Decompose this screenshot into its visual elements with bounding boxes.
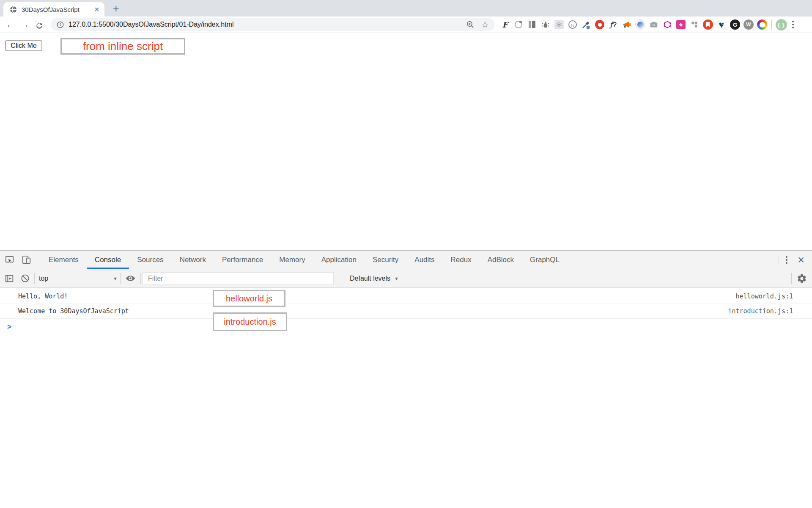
source-link[interactable]: introduction.js:1 [728,307,793,315]
tab-audits[interactable]: Audits [406,251,442,269]
eyedropper-icon[interactable] [579,17,593,32]
red-donut-icon[interactable] [593,17,606,32]
columns-icon[interactable] [525,17,539,32]
helloworld-annotation: helloworld.js [213,290,285,307]
console-message-row: Hello, World! helloworld.js:1 [0,289,812,304]
toolbar-separator [140,273,141,284]
console-messages: Hello, World! helloworld.js:1 Welcome to… [0,288,812,334]
inspect-icon[interactable] [4,254,15,265]
globe-favicon-icon [10,6,17,13]
settings-gear-icon[interactable] [797,273,807,284]
click-me-button[interactable]: Click Me [5,40,42,51]
devtools-tabs: Elements Console Sources Network Perform… [41,251,568,269]
devtools-left-icons [0,254,37,265]
devtools-separator [779,254,779,265]
inline-script-annotation: from inline script [60,38,185,55]
console-prompt-row[interactable]: > [0,319,812,334]
megaphone-icon[interactable] [620,17,634,32]
blocks-icon[interactable] [688,17,701,32]
devtools-separator [37,254,37,265]
console-message-text: Welcome to 30DaysOfJavaScript [18,307,129,315]
graphql-icon[interactable] [661,17,674,32]
browser-tab-strip: 30DaysOfJavaScript × + [0,0,812,17]
browser-menu-icon[interactable] [788,21,798,28]
web-page: Click Me from inline script [0,33,812,250]
clear-console-icon[interactable] [20,273,30,283]
g-circle-icon[interactable]: G [728,17,742,32]
log-level-value: Default levels [350,275,390,282]
tab-graphql[interactable]: GraphQL [522,251,568,269]
reload-icon[interactable] [32,19,47,30]
bug-icon[interactable] [539,17,552,32]
json-braces-icon[interactable]: { } [774,17,788,32]
braces-circle-icon[interactable]: {-} [566,17,579,32]
tab-redux[interactable]: Redux [443,251,480,269]
close-tab-icon[interactable]: × [93,5,100,14]
bookmark-circle-icon[interactable] [701,17,715,32]
zoom-in-icon[interactable] [466,20,475,29]
chevron-down-icon: ▼ [394,276,399,281]
device-toolbar-icon[interactable] [21,254,32,265]
tab-application[interactable]: Application [313,251,365,269]
extension-icons: F {-} ƒ? * ♥ G W { [498,17,788,32]
browser-toolbar: ← → 127.0.0.1:5500/30DaysOfJavaScript/01… [0,17,812,33]
devtools-close-icon[interactable]: × [794,254,808,265]
function-help-icon[interactable]: ƒ? [606,17,620,32]
devtools-menu-icon[interactable] [782,256,792,264]
console-message-text: Hello, World! [18,293,68,300]
devtools-tab-bar: Elements Console Sources Network Perform… [0,251,812,269]
toolbar-separator [120,273,121,284]
tab-title: 30DaysOfJavaScript [22,6,93,13]
info-icon[interactable] [57,21,64,28]
orbit-icon[interactable] [512,17,525,32]
devtools-right-controls: × [779,254,812,265]
flower-grid-icon[interactable] [552,17,566,32]
browser-tab[interactable]: 30DaysOfJavaScript × [3,2,104,17]
tab-console[interactable]: Console [87,251,129,269]
filter-input[interactable] [143,272,334,285]
tab-security[interactable]: Security [365,251,406,269]
frame-context-value: top [39,275,48,282]
color-ring-icon[interactable] [755,17,769,32]
toolbar-separator [34,273,35,284]
tab-adblock[interactable]: AdBlock [480,251,522,269]
forward-icon[interactable]: → [18,18,32,31]
w-circle-icon[interactable]: W [742,17,755,32]
new-tab-button[interactable]: + [113,3,119,14]
toolbar-separator [771,19,772,30]
toolbar-separator [791,273,792,284]
tab-performance[interactable]: Performance [214,251,271,269]
camera-icon[interactable] [647,17,661,32]
introduction-annotation: introduction.js [213,312,287,331]
tab-sources[interactable]: Sources [129,251,171,269]
pink-settings-icon[interactable]: * [674,17,688,32]
log-levels-select[interactable]: Default levels ▼ [350,275,399,282]
tab-elements[interactable]: Elements [41,251,87,269]
console-prompt-chevron: > [7,322,11,331]
console-message-row: Welcome to 30DaysOfJavaScript introducti… [0,304,812,319]
source-link[interactable]: helloworld.js:1 [736,293,793,300]
tab-memory[interactable]: Memory [271,251,313,269]
address-bar[interactable]: 127.0.0.1:5500/30DaysOfJavaScript/01-Day… [51,18,495,31]
console-sidebar-icon[interactable] [4,273,14,284]
console-toolbar: top ▼ Default levels ▼ [0,269,812,288]
devtools-panel: Elements Console Sources Network Perform… [0,250,812,508]
frame-context-select[interactable]: top ▼ [36,275,120,282]
tab-network[interactable]: Network [172,251,214,269]
eye-icon[interactable] [125,273,136,284]
bookmark-star-icon[interactable]: ☆ [481,19,489,30]
heart-search-icon[interactable]: ♥ [715,17,728,32]
font-script-icon[interactable]: F [498,17,512,32]
swirl-icon[interactable] [634,17,647,32]
back-icon[interactable]: ← [3,18,18,31]
url-text[interactable]: 127.0.0.1:5500/30DaysOfJavaScript/01-Day… [69,21,459,28]
chevron-down-icon: ▼ [113,276,118,281]
